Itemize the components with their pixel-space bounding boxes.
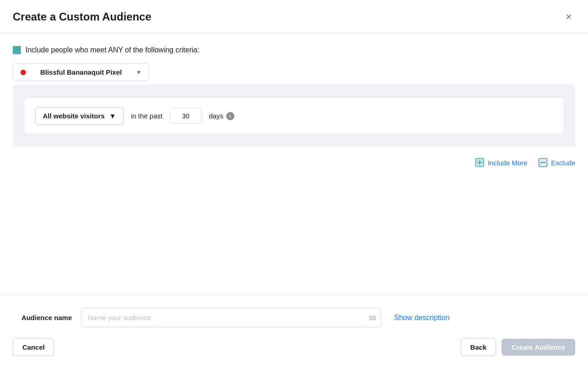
days-label-group: days i [209,112,234,120]
audience-name-input[interactable] [81,308,381,327]
cancel-button[interactable]: Cancel [13,338,54,356]
modal-footer: Cancel Back Create Audience [0,327,588,367]
modal-title: Create a Custom Audience [13,10,152,23]
modal-body: Include people who meet ANY of the follo… [0,33,588,284]
modal-header: Create a Custom Audience × [0,0,588,33]
criteria-header: Include people who meet ANY of the follo… [13,46,575,54]
close-button[interactable]: × [562,9,575,25]
green-square-icon [13,46,21,54]
create-custom-audience-modal: Create a Custom Audience × Include peopl… [0,0,588,367]
create-audience-button[interactable]: Create Audience [502,339,575,356]
days-input[interactable] [170,108,202,124]
include-more-icon [475,158,484,167]
pixel-section: Blissful Bananaquit Pixel ▼ [13,63,575,81]
exclude-link[interactable]: Exclude [538,158,575,167]
visitors-dropdown-label: All website visitors [43,112,105,120]
audience-name-row: Audience name 50 Show description [13,308,575,327]
char-count: 50 [370,314,376,321]
criteria-section: All website visitors ▼ in the past days … [13,85,575,147]
footer-right-buttons: Back Create Audience [461,338,575,356]
include-more-link[interactable]: Include More [475,158,527,167]
audience-name-section: Audience name 50 Show description [0,295,588,327]
pixel-selector-dropdown[interactable]: Blissful Bananaquit Pixel ▼ [13,63,149,81]
back-button[interactable]: Back [461,338,496,356]
include-more-label: Include More [488,159,527,167]
visitors-type-dropdown[interactable]: All website visitors ▼ [35,107,124,125]
visitors-chevron-icon: ▼ [109,112,116,120]
criteria-row: All website visitors ▼ in the past days … [24,97,564,134]
days-text: days [209,112,223,120]
criteria-header-text: Include people who meet ANY of the follo… [25,46,199,54]
exclude-icon [538,158,547,167]
in-the-past-label: in the past [131,112,162,120]
audience-name-input-wrapper: 50 [81,308,381,327]
chevron-down-icon: ▼ [136,69,142,76]
show-description-link[interactable]: Show description [394,314,450,322]
actions-row: Include More Exclude [13,147,575,167]
pixel-name: Blissful Bananaquit Pixel [30,68,132,76]
pixel-status-dot [20,70,26,75]
audience-name-label: Audience name [13,314,72,321]
exclude-label: Exclude [551,159,575,167]
info-icon[interactable]: i [226,112,234,120]
